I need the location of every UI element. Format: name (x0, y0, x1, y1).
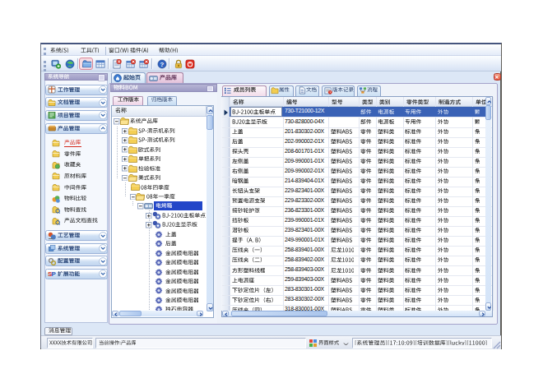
svg-text:?: ? (160, 61, 164, 68)
svg-text:P: P (51, 270, 55, 278)
